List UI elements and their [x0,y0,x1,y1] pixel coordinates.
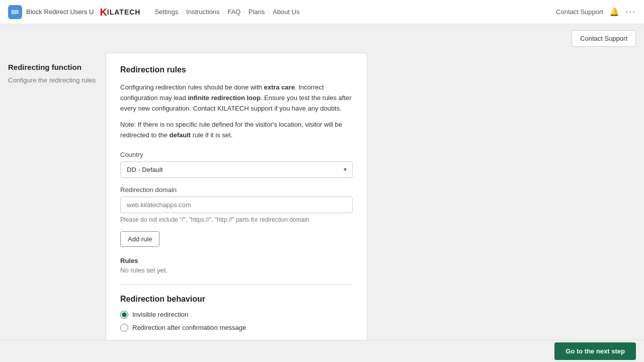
radio-invisible-text: Invisible redirection [132,311,188,318]
radio-invisible-input[interactable] [120,311,128,319]
note-text: Note: If there is no specific rule defin… [120,120,353,141]
contact-support-button[interactable]: Contact Support [572,30,636,47]
domain-hint: Please do not include "/", "https://", "… [120,216,353,223]
warning-bold1: extra care [264,83,294,91]
nav-sep-2: · [223,8,225,16]
radio-confirmation-input[interactable] [120,324,128,332]
app-title: Block Redirect Users U [26,8,94,16]
radio-confirmation-text: Redirection after confirmation message [132,324,246,331]
warning-text: Configuring redirection rules should be … [120,82,353,114]
add-rule-button[interactable]: Add rule [120,231,159,247]
logo: KILATECH [100,7,140,17]
section-divider [120,284,353,285]
main-layout: Redirecting function Configure the redir… [0,53,644,362]
note-end: rule if it is set. [191,131,232,139]
nav-about[interactable]: About Us [273,8,299,16]
sidebar-title: Redirecting function [8,63,98,71]
sidebar: Redirecting function Configure the redir… [0,53,106,362]
topbar-right: Contact Support 🔔 ··· [556,7,636,17]
country-label: Country [120,151,353,158]
nav-sep-4: · [268,8,270,16]
bell-icon[interactable]: 🔔 [609,7,619,17]
rules-empty-state: No rules set yet. [120,266,353,274]
nav-instructions[interactable]: Instructions [186,8,219,16]
country-select[interactable]: DD - Default [120,161,353,178]
bottom-bar: Go to the next step [0,340,644,362]
more-options-icon[interactable]: ··· [625,7,636,17]
topbar: BR Block Redirect Users U KILATECH Setti… [0,0,644,24]
sidebar-description: Configure the redirecting rules [8,75,98,85]
behaviour-title: Redirection behaviour [120,295,353,304]
radio-invisible-label[interactable]: Invisible redirection [120,311,353,319]
nav-settings[interactable]: Settings [154,8,178,16]
svg-text:BR: BR [12,10,19,15]
note-bold: default [170,131,191,139]
contact-support-link[interactable]: Contact Support [556,8,603,16]
redirection-rules-title: Redirection rules [120,65,353,74]
right-spacer [367,53,468,362]
warning-part1: Configuring redirection rules should be … [120,83,264,91]
contact-bar: Contact Support [0,24,644,53]
domain-input[interactable] [120,197,353,213]
topbar-left: BR Block Redirect Users U KILATECH Setti… [8,5,299,19]
warning-bold2: infinite redirection loop [188,94,260,102]
radio-confirmation-label[interactable]: Redirection after confirmation message [120,324,353,332]
nav-faq[interactable]: FAQ [227,8,240,16]
country-select-wrapper: DD - Default ▾ [120,161,353,178]
nav-sep-1: · [181,8,183,16]
content-panel: Redirection rules Configuring redirectio… [106,53,367,362]
rules-section-title: Rules [120,257,353,264]
nav-sep-3: · [244,8,246,16]
nav-plans[interactable]: Plans [249,8,265,16]
next-step-button[interactable]: Go to the next step [554,342,636,360]
domain-label: Redirection domain [120,186,353,194]
app-icon: BR [8,5,22,19]
nav-links: Settings · Instructions · FAQ · Plans · … [154,8,299,16]
